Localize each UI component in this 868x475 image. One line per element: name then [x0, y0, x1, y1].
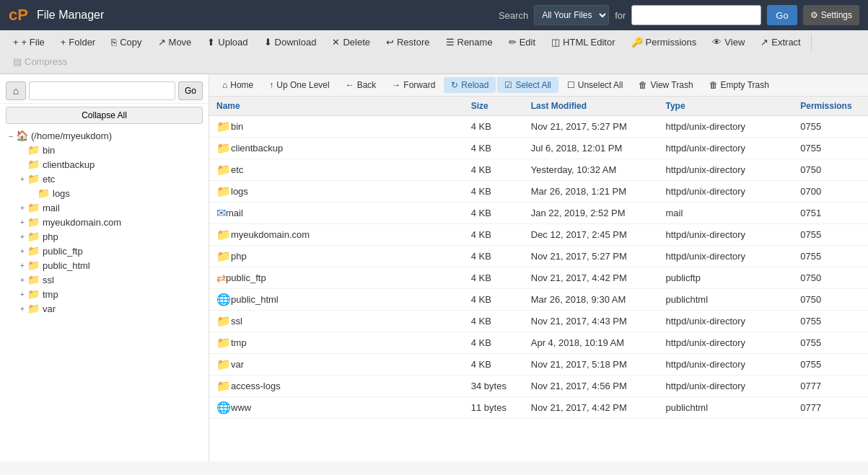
tree-item-etc[interactable]: + 📁 etc: [3, 172, 209, 186]
select-all-button[interactable]: ☑ Select All: [497, 77, 558, 93]
edit-icon: ✏: [509, 37, 517, 48]
file-name-cell: 📁myeukdomain.com: [209, 224, 464, 246]
html-editor-button[interactable]: ◫ HTML Editor: [544, 33, 622, 51]
for-label: for: [615, 10, 626, 21]
table-row[interactable]: 📁php 4 KB Nov 21, 2017, 5:27 PM httpd/un…: [209, 246, 868, 267]
file-type-cell: publichtml: [659, 397, 794, 419]
col-header-modified[interactable]: Last Modified: [524, 97, 659, 116]
new-folder-button[interactable]: + Folder: [53, 33, 102, 51]
back-icon: ←: [346, 80, 354, 90]
view-button[interactable]: 👁 View: [705, 33, 752, 51]
table-row[interactable]: 📁myeukdomain.com 4 KB Dec 12, 2017, 2:45…: [209, 224, 868, 246]
toolbar-separator: [811, 34, 812, 51]
table-row[interactable]: 📁logs 4 KB Mar 26, 2018, 1:21 PM httpd/u…: [209, 181, 868, 203]
table-row[interactable]: ✉mail 4 KB Jan 22, 2019, 2:52 PM mail 07…: [209, 203, 868, 224]
edit-button[interactable]: ✏ Edit: [501, 33, 543, 51]
globe-icon: 🌐: [216, 293, 231, 306]
path-go-button[interactable]: Go: [178, 81, 203, 100]
tree-item-public-ftp[interactable]: + 📁 public_ftp: [3, 244, 209, 258]
download-button[interactable]: ⬇ Download: [257, 33, 324, 51]
tree-item-root[interactable]: – 🏠 (/home/myeukdom): [3, 128, 209, 143]
table-row[interactable]: 📁clientbackup 4 KB Jul 6, 2018, 12:01 PM…: [209, 138, 868, 159]
nav-bar: ⌂ Home ↑ Up One Level ← Back → Forward ↻…: [209, 74, 868, 97]
col-header-name[interactable]: Name: [209, 97, 464, 116]
tree-item-php[interactable]: + 📁 php: [3, 229, 209, 244]
expander-icon: +: [17, 276, 27, 284]
rename-button[interactable]: ☰ Rename: [439, 33, 500, 51]
forward-button[interactable]: → Forward: [385, 77, 442, 93]
table-row[interactable]: 🌐public_html 4 KB Mar 26, 2018, 9:30 AM …: [209, 289, 868, 311]
tree-item-public-html[interactable]: + 📁 public_html: [3, 258, 209, 272]
path-bar: ⌂ Go: [0, 79, 209, 104]
tree-item-logs[interactable]: 📁 logs: [3, 186, 209, 200]
delete-button[interactable]: ✕ Delete: [325, 33, 377, 51]
tree-item-tmp[interactable]: + 📁 tmp: [3, 287, 209, 301]
compress-button[interactable]: ▤ Compress: [6, 53, 74, 71]
file-size-cell: 4 KB: [464, 267, 524, 289]
table-row[interactable]: 📁access-logs 34 bytes Nov 21, 2017, 4:56…: [209, 376, 868, 397]
ftp-icon: ⇄: [216, 271, 226, 285]
up-level-button[interactable]: ↑ Up One Level: [262, 77, 336, 93]
settings-button[interactable]: ⚙ Settings: [803, 5, 859, 25]
file-modified-cell: Mar 26, 2018, 9:30 AM: [524, 289, 659, 311]
file-type-cell: httpd/unix-directory: [659, 138, 794, 159]
empty-trash-button[interactable]: 🗑 Empty Trash: [702, 77, 776, 93]
new-file-button[interactable]: + + File: [6, 33, 52, 51]
upload-icon: ⬆: [207, 37, 215, 48]
tree-label: ssl: [43, 275, 54, 285]
permissions-button[interactable]: 🔑 Permissions: [624, 33, 704, 51]
view-trash-button[interactable]: 🗑 View Trash: [631, 77, 700, 93]
checkbox-icon: ☑: [504, 80, 512, 90]
home-path-button[interactable]: ⌂: [6, 81, 26, 100]
search-scope-dropdown[interactable]: All Your Files File Name File Content: [534, 5, 609, 25]
tree-label: tmp: [43, 289, 58, 300]
upload-button[interactable]: ⬆ Upload: [200, 33, 255, 51]
table-row[interactable]: 📁tmp 4 KB Apr 4, 2018, 10:19 AM httpd/un…: [209, 332, 868, 354]
file-permissions-cell: 0755: [793, 354, 868, 376]
search-go-button[interactable]: Go: [767, 5, 797, 25]
col-header-type[interactable]: Type: [659, 97, 794, 116]
file-modified-cell: Yesterday, 10:32 AM: [524, 159, 659, 181]
home-nav-button[interactable]: ⌂ Home: [215, 77, 260, 93]
toolbar: + + File + Folder ⎘ Copy ↗ Move ⬆ Upload…: [0, 30, 868, 74]
table-row[interactable]: 📁bin 4 KB Nov 21, 2017, 5:27 PM httpd/un…: [209, 116, 868, 138]
move-icon: ↗: [158, 37, 166, 48]
unselect-all-button[interactable]: ☐ Unselect All: [560, 77, 631, 93]
cpanel-logo: cP: [9, 6, 28, 25]
path-input[interactable]: [29, 81, 175, 100]
expander-icon: +: [17, 204, 27, 212]
tree-label: php: [43, 231, 58, 242]
restore-button[interactable]: ↩ Restore: [379, 33, 437, 51]
gear-icon: ⚙: [810, 10, 818, 20]
search-input[interactable]: [631, 5, 761, 25]
tree-item-mail[interactable]: + 📁 mail: [3, 200, 209, 215]
tree-item-clientbackup[interactable]: 📁 clientbackup: [3, 157, 209, 172]
file-type-cell: httpd/unix-directory: [659, 246, 794, 267]
table-row[interactable]: 📁ssl 4 KB Nov 21, 2017, 4:43 PM httpd/un…: [209, 311, 868, 332]
file-table: Name Size Last Modified Type Permissions…: [209, 97, 868, 419]
col-header-size[interactable]: Size: [464, 97, 524, 116]
folder-icon: 📁: [27, 274, 40, 285]
table-row[interactable]: 📁var 4 KB Nov 21, 2017, 5:18 PM httpd/un…: [209, 354, 868, 376]
reload-button[interactable]: ↻ Reload: [444, 77, 496, 93]
file-size-cell: 4 KB: [464, 181, 524, 203]
collapse-all-button[interactable]: Collapse All: [6, 107, 203, 124]
table-row[interactable]: 🌐www 11 bytes Nov 21, 2017, 4:42 PM publ…: [209, 397, 868, 419]
file-modified-cell: Nov 21, 2017, 5:18 PM: [524, 354, 659, 376]
app-title: File Manager: [37, 9, 493, 22]
table-row[interactable]: ⇄public_ftp 4 KB Nov 21, 2017, 4:42 PM p…: [209, 267, 868, 289]
copy-button[interactable]: ⎘ Copy: [104, 33, 149, 51]
tree-item-var[interactable]: + 📁 var: [3, 301, 209, 316]
tree-item-ssl[interactable]: + 📁 ssl: [3, 272, 209, 287]
folder-icon: 📁: [216, 249, 231, 263]
back-button[interactable]: ← Back: [338, 77, 384, 93]
move-button[interactable]: ↗ Move: [151, 33, 199, 51]
file-size-cell: 11 bytes: [464, 397, 524, 419]
extract-button[interactable]: ↗ Extract: [753, 33, 807, 51]
folder-icon: 📁: [216, 358, 231, 371]
table-row[interactable]: 📁etc 4 KB Yesterday, 10:32 AM httpd/unix…: [209, 159, 868, 181]
col-header-permissions[interactable]: Permissions: [793, 97, 868, 116]
folder-icon: 📁: [27, 159, 40, 170]
tree-item-bin[interactable]: 📁 bin: [3, 143, 209, 157]
tree-item-myeukdomain[interactable]: + 📁 myeukdomain.com: [3, 215, 209, 229]
